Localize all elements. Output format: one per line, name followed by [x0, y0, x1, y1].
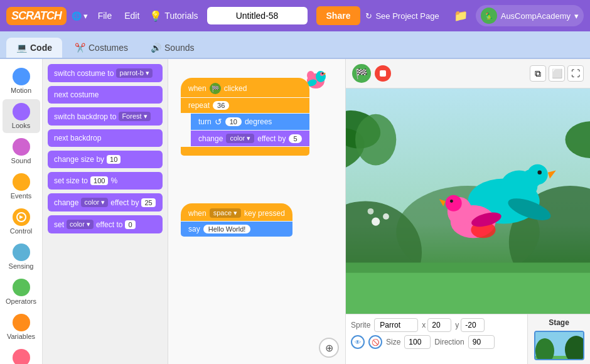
myblocks-dot — [13, 349, 30, 364]
tab-code[interactable]: 💻 Code — [6, 38, 62, 58]
block-set-color-effect[interactable]: set color ▾ effect to 0 — [48, 215, 163, 233]
events-dot — [13, 173, 30, 191]
sprite-row-1: Sprite x y — [351, 318, 522, 332]
block-repeat[interactable]: repeat 36 — [181, 98, 309, 113]
svg-point-25 — [527, 164, 548, 185]
sidebar-item-myblocks[interactable]: My Blocks — [3, 345, 40, 364]
share-button[interactable]: Share — [316, 6, 361, 25]
tab-sounds[interactable]: 🔊 Sounds — [141, 38, 204, 58]
svg-point-19 — [368, 208, 374, 215]
sidebar-item-sensing[interactable]: Sensing — [3, 240, 40, 274]
y-coord-input[interactable] — [461, 318, 485, 332]
sidebar-item-events[interactable]: Events — [3, 169, 40, 203]
motion-dot — [13, 68, 30, 85]
costume-dropdown[interactable]: parrot-b ▾ — [116, 68, 153, 78]
block-change-color-inline[interactable]: change color ▾ effect by 5 — [191, 131, 309, 146]
svg-point-17 — [372, 218, 380, 226]
block-next-costume[interactable]: next costume — [48, 86, 163, 104]
sidebar-item-looks[interactable]: Looks — [3, 99, 40, 133]
sprite-info-panel: Sprite x y 👁 🚫 Size Dire — [346, 314, 527, 364]
code-area: when 🏁 clicked repeat 36 turn ↺ 10 degre… — [168, 59, 345, 364]
block-say[interactable]: say Hello World! — [181, 222, 292, 237]
block-turn[interactable]: turn ↺ 10 degrees — [191, 114, 309, 130]
stop-button[interactable] — [375, 65, 391, 82]
stage-panel: Stage — [527, 314, 590, 364]
block-set-size[interactable]: set size to 100 % — [48, 172, 163, 190]
size-input[interactable] — [404, 335, 431, 349]
inline-color-dropdown[interactable]: color ▾ — [226, 134, 254, 143]
block-when-flag[interactable]: when 🏁 clicked — [181, 78, 309, 97]
hide-sprite-button[interactable]: 🚫 — [368, 335, 382, 349]
header-nav: File Edit — [93, 8, 145, 23]
header: SCRATCH 🌐 ▾ File Edit 💡 Tutorials Share … — [0, 0, 590, 31]
stage-fullscreen-button[interactable]: ⛶ — [567, 65, 584, 82]
file-menu[interactable]: File — [93, 8, 117, 23]
stage-controls: 🏁 ⧉ ⬜ ⛶ — [346, 59, 590, 88]
stage-thumbnail[interactable] — [534, 331, 584, 360]
sprite-row-2: 👁 🚫 Size Direction — [351, 335, 522, 349]
tab-costumes[interactable]: ✂️ Costumes — [65, 38, 138, 58]
y-coord: y — [455, 318, 485, 332]
user-menu[interactable]: 🦜 AusCompAcademy ▾ — [476, 5, 584, 26]
stage-medium-button[interactable]: ⬜ — [549, 65, 565, 82]
svg-rect-8 — [380, 70, 386, 77]
svg-point-2 — [316, 71, 326, 82]
color-effect-dropdown[interactable]: color ▾ — [81, 198, 108, 207]
direction-input[interactable] — [468, 335, 495, 349]
globe-button[interactable]: 🌐 ▾ — [72, 11, 88, 21]
sidebar-item-variables[interactable]: Variables — [3, 310, 40, 344]
svg-rect-21 — [346, 273, 590, 314]
backdrop-dropdown[interactable]: Forest ▾ — [119, 112, 150, 121]
looks-dot — [13, 103, 30, 120]
code-group-2: when space ▾ key pressed say Hello World… — [181, 203, 292, 237]
folder-icon[interactable]: 📁 — [454, 9, 468, 23]
sidebar-item-operators[interactable]: Operators — [3, 275, 40, 309]
block-switch-backdrop[interactable]: switch backdrop to Forest ▾ — [48, 107, 163, 126]
tutorials-button[interactable]: 💡 Tutorials — [149, 10, 198, 22]
show-sprite-button[interactable]: 👁 — [351, 335, 365, 349]
operators-dot — [13, 279, 30, 296]
zoom-button[interactable]: ⊕ — [319, 338, 339, 358]
blocks-panel: switch costume to parrot-b ▾ next costum… — [43, 59, 168, 364]
stage-bottom: Sprite x y 👁 🚫 Size Dire — [346, 314, 590, 364]
edit-menu[interactable]: Edit — [119, 8, 144, 23]
green-flag-button[interactable]: 🏁 — [352, 64, 371, 83]
block-change-color-effect[interactable]: change color ▾ effect by 25 — [48, 193, 163, 211]
see-project-button[interactable]: ↻ See Project Page — [365, 11, 439, 21]
tab-bar: 💻 Code ✂️ Costumes 🔊 Sounds — [0, 31, 590, 59]
x-coord: x — [422, 318, 451, 332]
space-key-dropdown[interactable]: space ▾ — [210, 208, 241, 218]
code-canvas: when 🏁 clicked repeat 36 turn ↺ 10 degre… — [168, 59, 345, 364]
set-color-dropdown[interactable]: color ▾ — [67, 220, 94, 229]
blocks-sidebar: Motion Looks Sound Events Control Sensin… — [0, 59, 43, 364]
stage-size-controls: ⧉ ⬜ ⛶ — [530, 65, 584, 82]
chevron-down-icon: ▾ — [574, 11, 579, 21]
scissors-icon: ✂️ — [75, 43, 85, 53]
sidebar-item-motion[interactable]: Motion — [3, 64, 40, 98]
svg-marker-26 — [548, 171, 556, 179]
refresh-icon: ↻ — [365, 11, 372, 21]
sensing-dot — [13, 244, 30, 261]
block-change-size[interactable]: change size by 10 — [48, 151, 163, 168]
variables-dot — [13, 314, 30, 331]
stage-panel-label: Stage — [549, 318, 569, 327]
x-coord-input[interactable] — [427, 318, 451, 332]
sprite-name-input[interactable] — [374, 318, 418, 332]
block-repeat-end: . — [181, 147, 309, 156]
control-icon — [16, 211, 27, 223]
block-next-backdrop[interactable]: next backdrop — [48, 129, 163, 147]
svg-point-14 — [355, 114, 396, 166]
avatar: 🦜 — [481, 8, 497, 24]
speaker-icon: 🔊 — [151, 43, 161, 53]
project-title-input[interactable] — [207, 7, 308, 24]
code-icon: 💻 — [16, 43, 27, 53]
block-when-space[interactable]: when space ▾ key pressed — [181, 203, 292, 221]
stage-small-button[interactable]: ⧉ — [530, 65, 546, 82]
block-switch-costume[interactable]: switch costume to parrot-b ▾ — [48, 64, 163, 82]
sidebar-item-control[interactable]: Control — [3, 205, 40, 238]
main-content: Motion Looks Sound Events Control Sensin… — [0, 59, 590, 364]
scratch-logo[interactable]: SCRATCH — [6, 7, 67, 25]
sidebar-item-sound[interactable]: Sound — [3, 134, 40, 168]
stage-viewport — [346, 88, 590, 314]
svg-point-18 — [383, 213, 389, 220]
